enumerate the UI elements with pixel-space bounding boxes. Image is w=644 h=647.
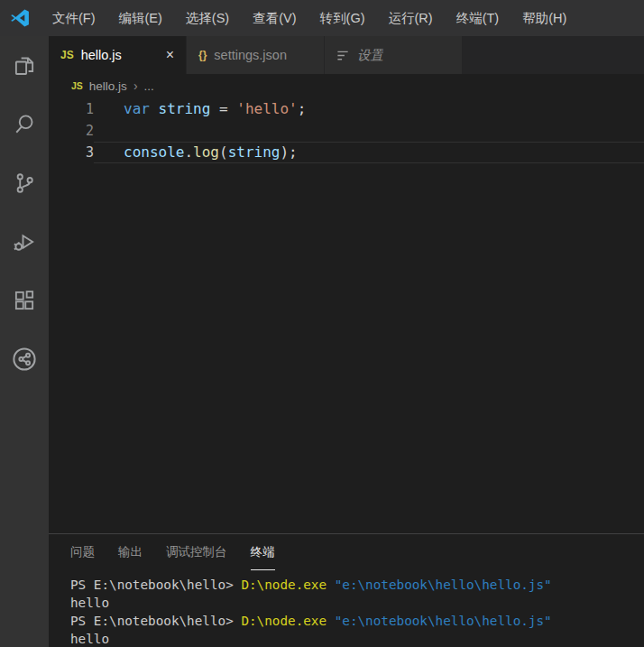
tab-label: 设置 [357,47,383,64]
code-line[interactable]: 3console.log(string); [49,142,644,163]
menu-item[interactable]: 查看(V) [241,0,308,36]
activitybar-circled-share-button[interactable] [0,329,49,388]
line-number: 2 [49,120,94,142]
menu-item[interactable]: 文件(F) [41,0,107,36]
code-token [150,100,159,117]
panel-tab-调试控制台[interactable]: 调试控制台 [166,534,227,570]
run-and-debug-icon [11,228,38,255]
activitybar-source-control-button[interactable] [0,153,49,212]
json-icon: {} [198,49,207,61]
vscode-logo-icon [9,7,31,29]
code-token: 'hello' [236,100,297,117]
terminal-token: PS E:\notebook\hello> [70,578,241,592]
js-file-icon: JS [71,80,83,91]
activity-bar [0,36,49,647]
code-editor[interactable]: 1var string = 'hello';23console.log(stri… [49,97,644,533]
breadcrumb: JS hello.js › ... [49,74,644,97]
editor-group: JShello.js×{}settings.json 设置 JS hello.j… [49,36,644,647]
tab-hello-js[interactable]: JShello.js× [49,36,187,74]
terminal-line: hello [70,630,644,647]
terminal-token: hello [70,632,109,646]
code-token: console [124,143,184,161]
code-token: log [193,143,219,161]
code-content: var string = 'hello'; [94,98,644,120]
menu-item[interactable]: 选择(S) [174,0,241,36]
code-token: ); [280,143,297,161]
search-icon [11,111,38,138]
panel-tab-问题[interactable]: 问题 [70,534,95,570]
bottom-panel: 问题输出调试控制台终端 PS E:\notebook\hello> D:\nod… [49,533,644,647]
panel-tab-输出[interactable]: 输出 [118,534,143,570]
tab--[interactable]: 设置 [325,36,463,74]
close-icon[interactable]: × [166,48,174,62]
breadcrumb-more[interactable]: ... [144,79,154,93]
breadcrumb-separator-icon: › [133,79,138,93]
menu-item[interactable]: 帮助(H) [511,0,578,36]
activitybar-extensions-button[interactable] [0,271,49,329]
activitybar-search-button[interactable] [0,95,49,153]
title-bar: 文件(F)编辑(E)选择(S)查看(V)转到(G)运行(R)终端(T)帮助(H) [0,0,644,36]
terminal-token: "e:\notebook\hello\hello.js" [335,578,552,592]
tab-bar: JShello.js×{}settings.json 设置 [49,36,644,74]
panel-tab-bar: 问题输出调试控制台终端 [49,534,644,570]
breadcrumb-file[interactable]: hello.js [89,79,127,93]
code-line[interactable]: 1var string = 'hello'; [49,98,644,120]
activitybar-explorer-button[interactable] [0,36,49,95]
code-token: string [228,143,281,161]
terminal-token: D:\node.exe [241,614,334,628]
settings-editor-icon [336,49,350,62]
workbench: JShello.js×{}settings.json 设置 JS hello.j… [0,36,644,647]
menu-item[interactable]: 运行(R) [376,0,444,36]
code-content [94,120,644,142]
tab-label: settings.json [214,48,287,62]
panel-tab-终端[interactable]: 终端 [251,534,275,570]
explorer-icon [11,52,38,79]
terminal-line: PS E:\notebook\hello> D:\node.exe "e:\no… [70,612,644,630]
extensions-icon [11,287,38,314]
activitybar-run-and-debug-button[interactable] [0,212,49,271]
source-control-icon [11,170,38,197]
code-content: console.log(string); [94,142,644,163]
code-line[interactable]: 2 [49,120,644,142]
terminal-token: D:\node.exe [241,578,334,592]
code-token: . [184,143,193,161]
terminal[interactable]: PS E:\notebook\hello> D:\node.exe "e:\no… [49,570,644,647]
menu-item[interactable]: 终端(T) [445,0,511,36]
terminal-line: hello [70,594,644,612]
code-token: var [124,100,150,117]
tab-settings-json[interactable]: {}settings.json [187,36,325,74]
terminal-token: hello [70,596,109,610]
code-token: ( [219,143,228,161]
line-number: 3 [49,142,94,163]
terminal-token: PS E:\notebook\hello> [70,614,241,628]
code-token: = [210,100,236,117]
menu-item[interactable]: 转到(G) [308,0,377,36]
circled-share-icon [10,345,39,374]
menu-item[interactable]: 编辑(E) [107,0,174,36]
code-token: ; [298,100,307,117]
tab-label: hello.js [81,48,122,62]
menu-bar: 文件(F)编辑(E)选择(S)查看(V)转到(G)运行(R)终端(T)帮助(H) [41,0,578,36]
js-icon: JS [60,49,74,61]
terminal-token: "e:\notebook\hello\hello.js" [335,614,552,628]
code-token: string [159,100,211,117]
terminal-line: PS E:\notebook\hello> D:\node.exe "e:\no… [70,576,644,594]
line-number: 1 [49,98,94,120]
